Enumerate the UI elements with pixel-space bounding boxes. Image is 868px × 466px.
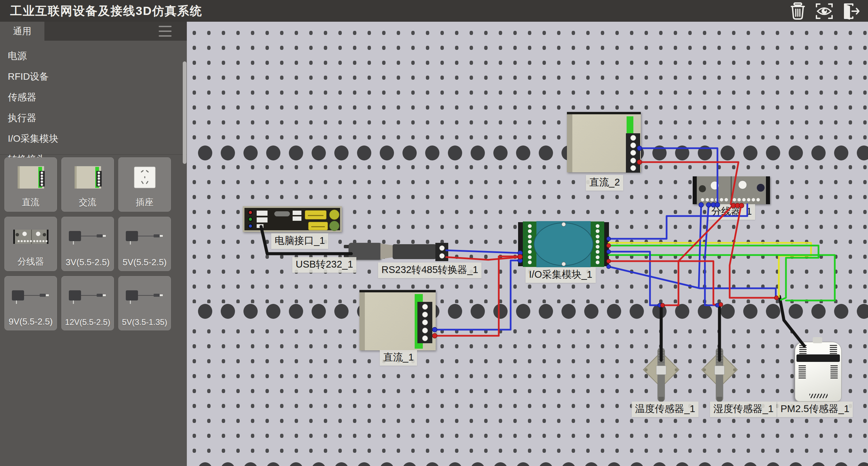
hamburger-icon[interactable]	[159, 26, 172, 37]
category-list: 电源 RFID设备 传感器 执行器 I/O采集模块 转换接头	[0, 41, 187, 155]
palette-item-9v[interactable]: 9V(5.5-2.5)	[4, 276, 57, 330]
app-window: 工业互联网设备及接线3D仿真系统	[0, 0, 868, 466]
palette-item-splitter[interactable]: 分线器	[4, 217, 57, 271]
adapter-thumbnail	[119, 217, 171, 256]
delete-icon[interactable]	[788, 2, 808, 20]
palette-item-12v[interactable]: 12V(5.5-2.5)	[61, 276, 114, 330]
device-io-module-1[interactable]	[518, 221, 609, 267]
label-splitter: 分线器_1	[708, 204, 755, 220]
pegboard-band	[187, 462, 868, 466]
pegboard-band	[187, 145, 868, 161]
pegboard-band	[187, 303, 868, 319]
adapter-thumbnail	[119, 276, 171, 316]
label-usb232: USB转232_1	[292, 257, 356, 273]
label-humidity: 湿度传感器_1	[710, 402, 777, 417]
adapter-thumbnail	[62, 276, 114, 316]
app-title: 工业互联网设备及接线3D仿真系统	[10, 3, 202, 19]
top-bar: 工业互联网设备及接线3D仿真系统	[0, 0, 868, 22]
label-io-module: I/O采集模块_1	[526, 267, 596, 283]
label-pc-interface: 电脑接口_1	[271, 233, 328, 249]
splitter-thumbnail	[5, 217, 57, 256]
adapter-thumbnail	[5, 276, 57, 316]
palette-item-socket[interactable]: 插座	[118, 157, 171, 212]
sidebar: 通用 电源 RFID设备 传感器 执行器 I/O采集模块 转换接头 直流 交流	[0, 22, 187, 466]
sidebar-item-rfid[interactable]: RFID设备	[0, 70, 187, 91]
palette-item-dc[interactable]: 直流	[4, 157, 57, 212]
green-wire[interactable]	[609, 246, 835, 300]
simulation-canvas[interactable]: 直流_2 电脑接口_1 USB转232_1 RS232转485转换器_1 I/O…	[187, 22, 868, 466]
sidebar-scrollbar[interactable]	[183, 61, 186, 164]
device-pm25-sensor-1[interactable]	[795, 342, 842, 402]
device-temperature-sensor-1[interactable]	[643, 346, 680, 403]
device-humidity-sensor-1[interactable]	[701, 346, 738, 403]
sidebar-item-io-module[interactable]: I/O采集模块	[0, 132, 187, 153]
device-usb-to-232-1[interactable]	[349, 241, 450, 263]
dc-thumbnail	[5, 158, 57, 197]
sidebar-tabstrip: 通用	[0, 22, 187, 41]
label-rs232-485: RS232转485转换器_1	[378, 263, 481, 278]
label-dc1: 直流_1	[380, 350, 417, 366]
palette-item-5v-small[interactable]: 5V(3.5-1.35)	[118, 276, 171, 330]
palette-item-3v[interactable]: 3V(5.5-2.5)	[61, 217, 114, 271]
adapter-thumbnail	[62, 217, 114, 256]
label-temperature: 温度传感器_1	[632, 402, 698, 417]
exit-icon[interactable]	[841, 2, 861, 20]
palette-item-5v[interactable]: 5V(5.5-2.5)	[118, 217, 171, 271]
device-palette: 直流 交流 插座	[0, 155, 187, 330]
toolbar	[788, 2, 861, 20]
device-pc-interface-1[interactable]	[243, 206, 342, 232]
label-pm25: PM2.5传感器_1	[777, 402, 853, 417]
device-dc-power-1[interactable]	[359, 290, 436, 350]
sidebar-item-power[interactable]: 电源	[0, 50, 187, 70]
sidebar-item-actuator[interactable]: 执行器	[0, 112, 187, 132]
device-splitter-1[interactable]	[693, 176, 770, 204]
socket-thumbnail	[119, 158, 171, 197]
device-rs232-to-485-1[interactable]	[393, 244, 436, 259]
device-dc-power-2[interactable]	[567, 112, 641, 172]
palette-item-ac[interactable]: 交流	[61, 157, 114, 212]
tab-general[interactable]: 通用	[0, 22, 44, 41]
ac-thumbnail	[62, 158, 114, 197]
preview-icon[interactable]	[814, 2, 834, 20]
sidebar-item-sensor[interactable]: 传感器	[0, 91, 187, 112]
label-dc2: 直流_2	[586, 175, 623, 191]
yellow-wire[interactable]	[609, 243, 811, 297]
